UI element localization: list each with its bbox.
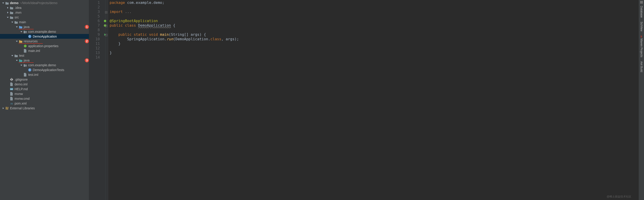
tree-item-label: mvnw: [14, 92, 89, 96]
tree-item-pom[interactable]: mpom.xml: [0, 101, 89, 106]
file-icon: [23, 49, 27, 53]
tree-item-mainiml[interactable]: main.iml: [0, 48, 89, 53]
twisty-icon[interactable]: [15, 40, 19, 42]
file-icon: [23, 73, 27, 77]
tree-item-pkg1[interactable]: com.example.demo: [0, 29, 89, 34]
line-number[interactable]: 5: [89, 14, 108, 19]
svg-text:m: m: [10, 102, 13, 105]
package-icon: [23, 30, 27, 34]
class-icon: C: [28, 35, 32, 38]
svg-rect-16: [6, 107, 7, 110]
file-icon: [10, 92, 14, 96]
tree-item-mvnw[interactable]: mvnw: [0, 91, 89, 96]
code-line[interactable]: SpringApplication.run(DemoApplication.cl…: [110, 37, 239, 42]
twisty-icon[interactable]: [6, 12, 10, 14]
code-line[interactable]: [110, 5, 239, 10]
tree-item-label: .gitignore: [14, 78, 89, 81]
code-line[interactable]: }: [110, 51, 239, 55]
code-line[interactable]: package com.example.demo;: [110, 1, 239, 5]
code-line[interactable]: [110, 14, 239, 19]
tree-item-java1[interactable]: java1: [0, 24, 89, 29]
code-line[interactable]: [110, 28, 239, 32]
line-number[interactable]: 1: [89, 1, 108, 5]
line-number[interactable]: 8: [89, 28, 108, 32]
code-line[interactable]: [110, 55, 239, 60]
twisty-icon[interactable]: [1, 2, 5, 4]
tree-item-label: .mvn: [14, 11, 89, 14]
code-line[interactable]: }: [110, 42, 239, 46]
test-root-icon: [19, 59, 23, 62]
folder-icon: [14, 54, 18, 57]
twisty-icon[interactable]: [10, 21, 14, 23]
twisty-icon[interactable]: [15, 59, 19, 62]
tree-item-res[interactable]: resources2: [0, 39, 89, 44]
folder-icon: [10, 11, 14, 14]
tree-item-idea[interactable]: .idea: [0, 5, 89, 10]
tool-window-tab-ant-build[interactable]: Ant Build: [640, 60, 644, 74]
line-number[interactable]: 12: [89, 46, 108, 51]
line-number[interactable]: 7: [89, 23, 108, 28]
tree-item-help[interactable]: MDHELP.md: [0, 87, 89, 91]
twisty-icon[interactable]: [20, 31, 23, 33]
line-number[interactable]: 9: [89, 32, 108, 37]
fold-toggle-icon[interactable]: [105, 10, 107, 12]
tree-item-label: .idea: [14, 6, 89, 10]
twisty-icon[interactable]: [1, 107, 5, 109]
module-folder-icon: [5, 1, 9, 5]
file-icon: [10, 97, 14, 100]
folder-icon: [10, 16, 14, 19]
tree-item-external-libraries[interactable]: External Libraries: [0, 106, 89, 110]
svg-rect-15: [6, 107, 6, 110]
line-number[interactable]: 2: [89, 5, 108, 10]
code-editor[interactable]: 123567891011121314 package com.example.d…: [89, 0, 638, 200]
tree-item-root[interactable]: demo~/Work/IdeaProjects/demo: [0, 1, 89, 5]
tree-item-src[interactable]: src: [0, 15, 89, 20]
tool-window-tab-sciview[interactable]: SciView: [640, 20, 644, 33]
tree-item-test[interactable]: test: [0, 53, 89, 58]
line-number[interactable]: 14: [89, 55, 108, 60]
tree-item-label: java: [24, 25, 83, 29]
twisty-icon[interactable]: [20, 64, 23, 66]
tree-item-tests[interactable]: CDemoApplicationTests: [0, 67, 89, 72]
tree-item-gitig[interactable]: .gitignore: [0, 77, 89, 82]
line-number[interactable]: 3: [89, 10, 108, 14]
twisty-icon[interactable]: [10, 54, 14, 57]
code-line[interactable]: import ...: [110, 10, 239, 14]
annotation-badge: 3: [85, 58, 89, 62]
analysis-status-icon: [640, 1, 643, 4]
twisty-icon[interactable]: [6, 16, 10, 19]
twisty-icon[interactable]: [15, 26, 19, 28]
svg-point-21: [104, 20, 106, 22]
code-line[interactable]: public static void main(String[] args) {: [110, 32, 239, 37]
tree-item-java2[interactable]: java3: [0, 58, 89, 63]
tree-item-mvnwcmd[interactable]: mvnw.cmd: [0, 96, 89, 101]
annotation-badge: 1: [85, 25, 89, 29]
line-number[interactable]: 11: [89, 42, 108, 46]
editor-code-area[interactable]: package com.example.demo; import ... @Sp…: [108, 0, 239, 200]
fold-toggle-icon[interactable]: [105, 24, 107, 26]
svg-rect-11: [11, 79, 12, 80]
tree-item-label: demo.iml: [14, 82, 89, 86]
tool-window-tab-maven-projects[interactable]: m Maven Projects: [639, 34, 644, 59]
right-tool-rail: DatabaseSciViewm Maven ProjectsAnt Build: [638, 0, 644, 200]
line-number[interactable]: 13: [89, 51, 108, 55]
tree-item-appprop[interactable]: application.properties: [0, 44, 89, 48]
tree-item-label: DemoApplication: [33, 35, 89, 38]
spring-config-icon: [23, 44, 27, 48]
tree-item-pkg2[interactable]: com.example.demo: [0, 63, 89, 67]
line-number[interactable]: 6: [89, 19, 108, 23]
tree-item-mvn[interactable]: .mvn: [0, 10, 89, 15]
project-tree[interactable]: demo~/Work/IdeaProjects/demo.idea.mvnsrc…: [0, 0, 89, 200]
code-line[interactable]: [110, 46, 239, 51]
fold-toggle-icon[interactable]: [105, 33, 107, 35]
twisty-icon[interactable]: [6, 7, 10, 9]
line-number[interactable]: 10: [89, 37, 108, 42]
tree-item-main[interactable]: main: [0, 20, 89, 24]
spring-gutter-icon[interactable]: [103, 19, 107, 23]
code-line[interactable]: @SpringBootApplication: [110, 19, 239, 23]
tree-item-demoapp[interactable]: CDemoApplication: [0, 34, 89, 39]
tree-item-demoiml[interactable]: demo.iml: [0, 82, 89, 87]
code-line[interactable]: public class DemoApplication {: [110, 23, 239, 28]
tree-item-testiml[interactable]: test.iml: [0, 72, 89, 77]
tool-window-tab-database[interactable]: Database: [640, 4, 644, 19]
